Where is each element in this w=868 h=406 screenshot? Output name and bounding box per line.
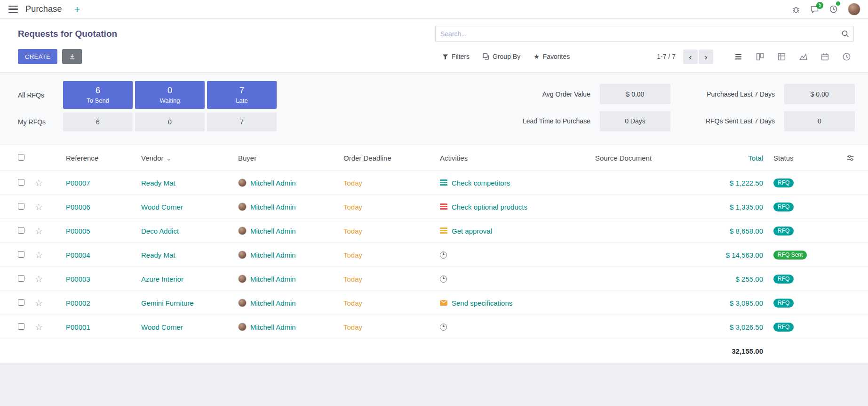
activity-icon[interactable] xyxy=(440,324,447,331)
reference-link[interactable]: P00007 xyxy=(66,179,90,187)
create-button[interactable]: CREATE xyxy=(18,49,57,64)
column-header-order-deadline[interactable]: Order Deadline xyxy=(329,154,426,162)
column-header-total[interactable]: Total xyxy=(677,154,767,162)
column-header-vendor[interactable]: Vendor⌄ xyxy=(127,154,224,162)
vendor-link[interactable]: Azure Interior xyxy=(141,275,183,283)
waiting-label: Waiting xyxy=(160,97,180,104)
pager-next-button[interactable]: › xyxy=(699,49,713,64)
favorite-star-icon[interactable]: ☆ xyxy=(35,250,43,260)
column-header-activities[interactable]: Activities xyxy=(426,154,581,162)
activity-icon[interactable] xyxy=(440,300,447,306)
buyer-link[interactable]: Mitchell Admin xyxy=(250,323,296,331)
app-name[interactable]: Purchase xyxy=(25,4,62,14)
activity-label[interactable]: Get approval xyxy=(452,227,492,235)
table-row[interactable]: ☆ P00005 Deco Addict Mitchell Admin Toda… xyxy=(0,219,868,243)
activity-icon[interactable] xyxy=(440,227,447,235)
reference-link[interactable]: P00002 xyxy=(66,299,90,307)
activities-icon[interactable] xyxy=(829,5,838,14)
messages-icon[interactable]: 5 xyxy=(810,5,819,14)
rfqs-sent-last-7-days[interactable]: 0 xyxy=(784,111,855,131)
row-checkbox[interactable] xyxy=(18,227,24,234)
row-checkbox[interactable] xyxy=(18,179,24,186)
apps-menu-icon[interactable] xyxy=(8,6,18,13)
my-to-send-count[interactable]: 6 xyxy=(63,113,133,131)
table-row[interactable]: ☆ P00006 Wood Corner Mitchell Admin Toda… xyxy=(0,195,868,219)
tile-to-send[interactable]: 6 To Send xyxy=(63,81,133,109)
my-waiting-count[interactable]: 0 xyxy=(135,113,205,131)
row-checkbox[interactable] xyxy=(18,251,24,258)
vendor-link[interactable]: Ready Mat xyxy=(141,179,175,187)
lead-time-to-purchase[interactable]: 0 Days xyxy=(600,111,670,131)
column-header-status[interactable]: Status xyxy=(767,154,840,162)
bug-icon[interactable] xyxy=(792,5,800,14)
activity-icon[interactable] xyxy=(440,276,447,283)
group-by-icon xyxy=(483,53,489,60)
buyer-link[interactable]: Mitchell Admin xyxy=(250,179,296,187)
favorite-star-icon[interactable]: ☆ xyxy=(35,178,43,188)
activity-label[interactable]: Check optional products xyxy=(452,203,527,211)
export-button[interactable] xyxy=(62,49,82,64)
purchased-last-7-days[interactable]: $ 0.00 xyxy=(784,84,855,104)
tile-waiting[interactable]: 0 Waiting xyxy=(135,81,205,109)
kanban-view-icon[interactable] xyxy=(756,52,764,61)
row-checkbox[interactable] xyxy=(18,299,24,306)
table-row[interactable]: ☆ P00004 Ready Mat Mitchell Admin Today … xyxy=(0,243,868,267)
vendor-link[interactable]: Wood Corner xyxy=(141,323,183,331)
table-row[interactable]: ☆ P00003 Azure Interior Mitchell Admin T… xyxy=(0,267,868,291)
vendor-link[interactable]: Wood Corner xyxy=(141,203,183,211)
activity-icon[interactable] xyxy=(440,179,447,187)
column-header-reference[interactable]: Reference xyxy=(52,154,127,162)
activity-label[interactable]: Send specifications xyxy=(452,299,512,307)
pager-previous-button[interactable]: ‹ xyxy=(683,49,698,64)
avg-order-value[interactable]: $ 0.00 xyxy=(600,84,670,104)
buyer-link[interactable]: Mitchell Admin xyxy=(250,251,296,259)
reference-link[interactable]: P00001 xyxy=(66,323,90,331)
vendor-link[interactable]: Deco Addict xyxy=(141,227,179,235)
favorite-star-icon[interactable]: ☆ xyxy=(35,274,43,284)
group-by-button[interactable]: Group By xyxy=(483,53,520,60)
plus-icon[interactable]: + xyxy=(74,4,80,14)
activity-view-icon[interactable] xyxy=(842,52,851,61)
activity-icon[interactable] xyxy=(440,252,447,259)
pager-text[interactable]: 1-7 / 7 xyxy=(657,53,676,60)
reference-link[interactable]: P00004 xyxy=(66,251,90,259)
user-avatar[interactable] xyxy=(848,3,860,16)
reference-link[interactable]: P00003 xyxy=(66,275,90,283)
column-header-source-document[interactable]: Source Document xyxy=(581,154,677,162)
my-late-count[interactable]: 7 xyxy=(207,113,277,131)
favorite-star-icon[interactable]: ☆ xyxy=(35,226,43,236)
column-header-buyer[interactable]: Buyer xyxy=(224,154,329,162)
vendor-link[interactable]: Ready Mat xyxy=(141,251,175,259)
vendor-link[interactable]: Gemini Furniture xyxy=(141,299,194,307)
select-all-checkbox[interactable] xyxy=(18,154,24,161)
row-checkbox[interactable] xyxy=(18,203,24,210)
my-rfqs-label[interactable]: My RFQs xyxy=(18,118,61,126)
search-input[interactable] xyxy=(435,26,854,42)
filters-button[interactable]: Filters xyxy=(442,53,470,60)
buyer-link[interactable]: Mitchell Admin xyxy=(250,203,296,211)
table-row[interactable]: ☆ P00002 Gemini Furniture Mitchell Admin… xyxy=(0,291,868,315)
table-row[interactable]: ☆ P00001 Wood Corner Mitchell Admin Toda… xyxy=(0,315,868,339)
pivot-view-icon[interactable] xyxy=(777,52,786,61)
graph-view-icon[interactable] xyxy=(799,52,808,61)
list-view-icon[interactable] xyxy=(734,52,743,61)
row-checkbox[interactable] xyxy=(18,323,24,330)
search-icon[interactable] xyxy=(841,30,850,38)
calendar-view-icon[interactable] xyxy=(820,52,829,61)
favorite-star-icon[interactable]: ☆ xyxy=(35,202,43,212)
column-settings-icon[interactable] xyxy=(840,154,868,162)
row-checkbox[interactable] xyxy=(18,275,24,282)
tile-late[interactable]: 7 Late xyxy=(207,81,277,109)
activity-label[interactable]: Check competitors xyxy=(452,179,510,187)
favorite-star-icon[interactable]: ☆ xyxy=(35,298,43,308)
favorite-star-icon[interactable]: ☆ xyxy=(35,322,43,332)
buyer-link[interactable]: Mitchell Admin xyxy=(250,275,296,283)
buyer-link[interactable]: Mitchell Admin xyxy=(250,227,296,235)
activity-icon[interactable] xyxy=(440,203,447,211)
all-rfqs-label[interactable]: All RFQs xyxy=(18,91,61,99)
reference-link[interactable]: P00006 xyxy=(66,203,90,211)
buyer-link[interactable]: Mitchell Admin xyxy=(250,299,296,307)
reference-link[interactable]: P00005 xyxy=(66,227,90,235)
favorites-button[interactable]: ★ Favorites xyxy=(534,53,570,60)
table-row[interactable]: ☆ P00007 Ready Mat Mitchell Admin Today … xyxy=(0,171,868,195)
